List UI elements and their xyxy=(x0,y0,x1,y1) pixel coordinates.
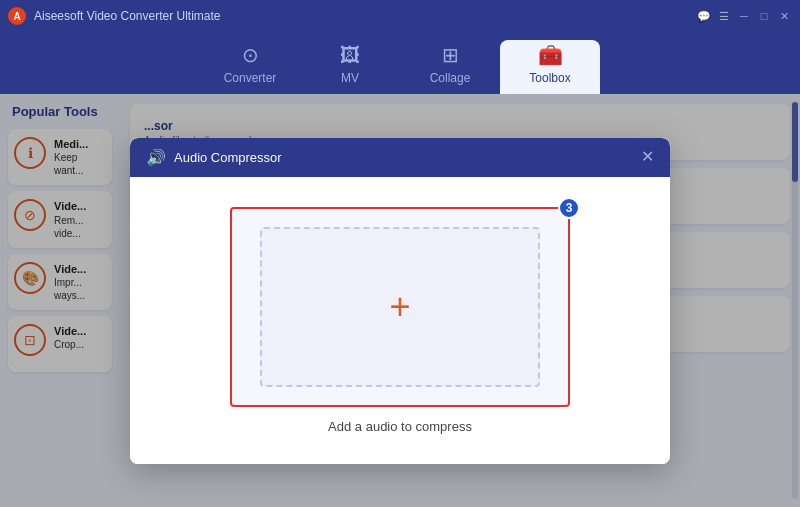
audio-compressor-modal: 🔊 Audio Compressor ✕ + 3 Add a audio to … xyxy=(130,138,670,464)
tab-collage[interactable]: ⊞ Collage xyxy=(400,40,500,94)
drop-zone-wrapper: + 3 xyxy=(230,207,570,407)
tab-converter[interactable]: ⊙ Converter xyxy=(200,40,300,94)
file-count-badge: 3 xyxy=(558,197,580,219)
main-content: Popular Tools ℹ Medi... Keepwant... ⊘ Vi… xyxy=(0,94,800,507)
app-title: Aiseesoft Video Converter Ultimate xyxy=(34,9,221,23)
app-logo: A xyxy=(8,7,26,25)
drop-zone-inner: + xyxy=(260,227,540,387)
title-bar: A Aiseesoft Video Converter Ultimate 💬 ☰… xyxy=(0,0,800,32)
plus-icon: + xyxy=(389,289,410,325)
chat-icon[interactable]: 💬 xyxy=(696,8,712,24)
modal-overlay: 🔊 Audio Compressor ✕ + 3 Add a audio to … xyxy=(0,94,800,507)
audio-compressor-icon: 🔊 xyxy=(146,148,166,167)
title-bar-controls: 💬 ☰ ─ □ ✕ xyxy=(696,8,792,24)
modal-close-button[interactable]: ✕ xyxy=(641,149,654,165)
nav-tabs: ⊙ Converter 🖼 MV ⊞ Collage 🧰 Toolbox xyxy=(0,32,800,94)
close-button[interactable]: ✕ xyxy=(776,8,792,24)
tab-mv-label: MV xyxy=(341,71,359,85)
modal-header-left: 🔊 Audio Compressor xyxy=(146,148,282,167)
tab-toolbox[interactable]: 🧰 Toolbox xyxy=(500,40,600,94)
drop-zone-label: Add a audio to compress xyxy=(328,419,472,434)
tab-converter-label: Converter xyxy=(224,71,277,85)
menu-icon[interactable]: ☰ xyxy=(716,8,732,24)
toolbox-icon: 🧰 xyxy=(538,43,563,67)
tab-mv[interactable]: 🖼 MV xyxy=(300,40,400,94)
drop-zone[interactable]: + xyxy=(230,207,570,407)
modal-header: 🔊 Audio Compressor ✕ xyxy=(130,138,670,177)
mv-icon: 🖼 xyxy=(340,44,360,67)
maximize-button[interactable]: □ xyxy=(756,8,772,24)
modal-body: + 3 Add a audio to compress xyxy=(130,177,670,464)
converter-icon: ⊙ xyxy=(242,43,259,67)
tab-toolbox-label: Toolbox xyxy=(529,71,570,85)
collage-icon: ⊞ xyxy=(442,43,459,67)
title-bar-left: A Aiseesoft Video Converter Ultimate xyxy=(8,7,221,25)
minimize-button[interactable]: ─ xyxy=(736,8,752,24)
modal-title: Audio Compressor xyxy=(174,150,282,165)
tab-collage-label: Collage xyxy=(430,71,471,85)
